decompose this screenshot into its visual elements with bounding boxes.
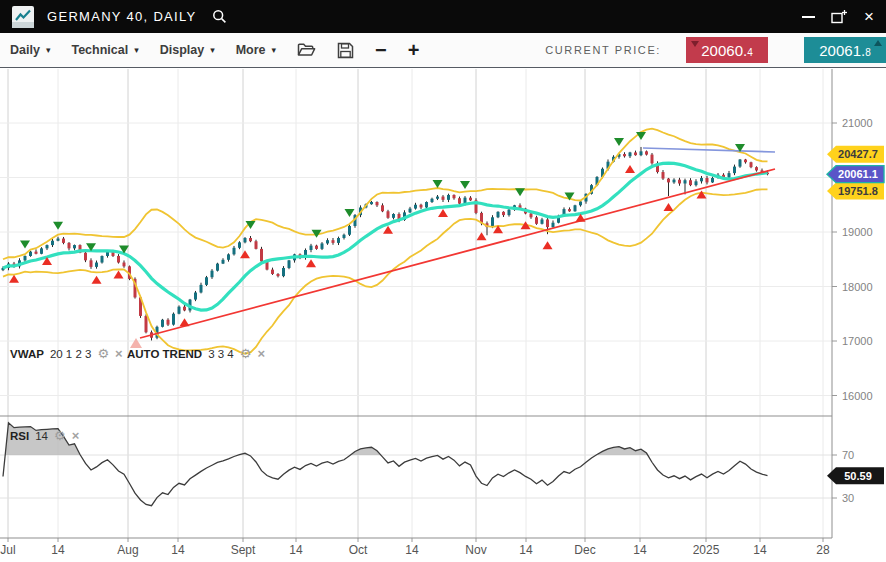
candle-body: [337, 238, 340, 243]
candle-body: [535, 217, 538, 224]
candle-body: [458, 198, 461, 203]
candle-body: [68, 243, 71, 248]
candle-body: [651, 155, 654, 164]
candle-body: [568, 209, 571, 211]
candle-body: [376, 202, 379, 205]
minimize-button[interactable]: [802, 16, 815, 18]
x-axis-label: Sept: [231, 543, 256, 557]
sell-signal-marker: [20, 240, 30, 248]
candle-body: [222, 260, 225, 264]
gear-icon[interactable]: ⚙: [54, 429, 66, 442]
x-axis-label: Aug: [117, 543, 138, 557]
candle-body: [541, 219, 544, 223]
candle-body: [662, 172, 665, 179]
candle-body: [574, 205, 577, 211]
chevron-down-icon: ▾: [210, 45, 215, 55]
x-axis-label: 28: [816, 543, 830, 557]
candle-body: [629, 152, 632, 156]
candle-body: [497, 212, 500, 217]
x-axis-label: 14: [633, 543, 647, 557]
candle-body: [29, 252, 32, 256]
candle-body: [431, 199, 434, 202]
search-icon[interactable]: [212, 9, 227, 24]
autotrend-indicator-label: AUTO TREND 3 3 4 ⚙ ×: [127, 347, 265, 360]
chart-toolbar: Daily ▾ Technical ▾ Display ▾ More ▾: [0, 33, 886, 68]
sell-signal-marker: [53, 222, 63, 230]
candle-body: [90, 260, 93, 267]
candle-body: [678, 180, 681, 184]
candle-body: [343, 235, 346, 238]
save-icon[interactable]: [337, 42, 354, 59]
candle-body: [205, 277, 208, 285]
bid-price-value: 20060.: [701, 42, 747, 59]
menu-technical[interactable]: Technical ▾: [71, 43, 138, 57]
buy-signal-marker: [543, 241, 553, 249]
resistance-line: [643, 148, 775, 152]
candle-body: [634, 152, 637, 155]
candle-body: [332, 240, 335, 243]
x-axis-label: 14: [171, 543, 185, 557]
bid-price-badge[interactable]: 20060.4: [686, 37, 768, 63]
candle-body: [288, 260, 291, 268]
rsi-axis-label: 30: [842, 492, 854, 504]
sell-signal-marker: [515, 188, 525, 196]
price-axis-label: 21000: [842, 117, 873, 129]
close-button[interactable]: ×: [864, 8, 874, 25]
open-folder-icon[interactable]: [297, 42, 316, 58]
zoom-out-button[interactable]: −: [375, 40, 387, 60]
menu-display[interactable]: Display ▾: [160, 43, 215, 57]
candle-body: [425, 202, 428, 207]
chart-svg[interactable]: Jul14Aug14Sept14Oct14Nov14Dec14202514282…: [0, 68, 886, 562]
candle-body: [101, 256, 104, 263]
candle-body: [271, 270, 274, 274]
vwap-indicator-label: VWAP 20 1 2 3 ⚙ ×: [10, 347, 123, 360]
candle-body: [739, 160, 742, 167]
price-axis-label: 17000: [842, 335, 873, 347]
sell-signal-marker: [614, 138, 624, 146]
candle-body: [57, 239, 60, 241]
rsi-line: [3, 423, 768, 506]
popout-icon[interactable]: [831, 9, 848, 24]
close-icon[interactable]: ×: [115, 347, 123, 360]
price-axis-label: 19000: [842, 226, 873, 238]
trading-app-window: GERMANY 40, DAILY × Daily ▾: [0, 0, 886, 562]
candle-body: [711, 178, 714, 182]
candle-body: [145, 316, 148, 332]
candle-body: [227, 254, 230, 259]
candle-body: [728, 173, 731, 177]
candle-body: [645, 151, 648, 154]
candle-body: [200, 285, 203, 293]
candle-body: [673, 180, 676, 183]
ask-price-value: 20061.: [819, 42, 865, 59]
chevron-down-icon: ▾: [134, 45, 139, 55]
candle-body: [194, 292, 197, 299]
candle-body: [117, 256, 120, 263]
x-axis-label: 14: [519, 543, 533, 557]
gear-icon[interactable]: ⚙: [240, 347, 252, 360]
candle-body: [260, 249, 263, 262]
candle-body: [502, 212, 505, 215]
title-bar: GERMANY 40, DAILY ×: [0, 0, 886, 33]
close-icon[interactable]: ×: [257, 347, 265, 360]
x-axis-label: 14: [289, 543, 303, 557]
close-icon[interactable]: ×: [72, 429, 80, 442]
buy-signal-marker: [477, 232, 487, 240]
candle-body: [321, 243, 324, 248]
candle-body: [315, 246, 318, 249]
chevron-down-icon: ▾: [272, 45, 277, 55]
buy-signal-marker: [625, 165, 635, 173]
candle-body: [178, 307, 181, 314]
x-axis-label: Nov: [465, 543, 486, 557]
chevron-down-icon: ▾: [46, 45, 51, 55]
candle-body: [640, 151, 643, 155]
buy-signal-marker: [180, 318, 190, 326]
ask-price-badge[interactable]: 20061.8: [804, 37, 886, 63]
x-axis-label: 14: [51, 543, 65, 557]
gear-icon[interactable]: ⚙: [97, 347, 109, 360]
x-axis-label: 14: [753, 543, 767, 557]
zoom-in-button[interactable]: +: [408, 40, 420, 60]
menu-more[interactable]: More ▾: [236, 43, 276, 57]
menu-daily[interactable]: Daily ▾: [10, 43, 50, 57]
price-axis-label: 16000: [842, 390, 873, 402]
vwap-lower-band: [3, 189, 768, 353]
